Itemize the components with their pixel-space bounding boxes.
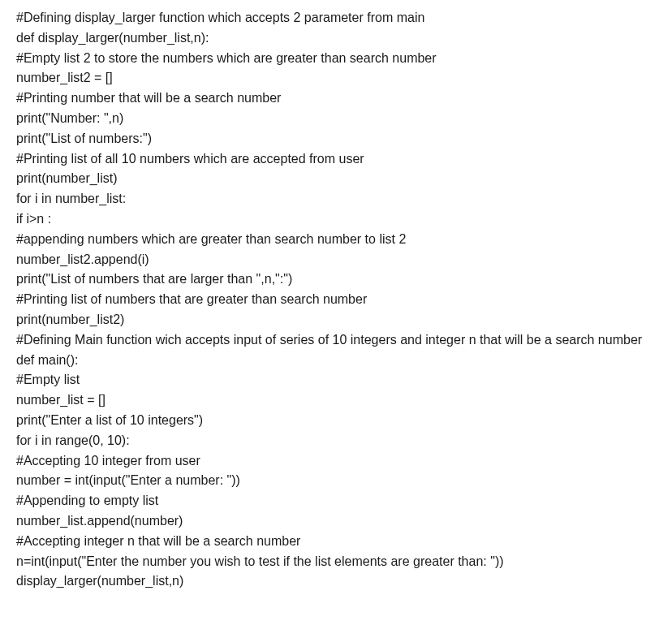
- code-block: #Defining display_larger function which …: [16, 8, 656, 592]
- code-line: #Printing number that will be a search n…: [16, 88, 656, 109]
- code-line: #appending numbers which are greater tha…: [16, 230, 656, 250]
- code-line: print("List of numbers:"): [16, 129, 656, 149]
- code-line: def main():: [16, 351, 656, 371]
- code-line: for i in number_list:: [16, 189, 656, 209]
- code-line: display_larger(number_list,n): [16, 571, 656, 592]
- code-line: print("Enter a list of 10 integers"): [16, 411, 656, 431]
- code-line: number_list.append(number): [16, 511, 656, 532]
- code-line: #Printing list of numbers that are great…: [16, 290, 656, 310]
- code-line: number_list = []: [16, 390, 656, 411]
- code-line: print(number_list2): [16, 310, 656, 330]
- code-line: if i>n :: [16, 209, 656, 230]
- code-line: def display_larger(number_list,n):: [16, 28, 656, 49]
- code-line: n=int(input("Enter the number you wish t…: [16, 552, 656, 572]
- code-line: #Accepting integer n that will be a sear…: [16, 532, 656, 552]
- code-line: #Defining display_larger function which …: [16, 8, 656, 28]
- code-line: print("Number: ",n): [16, 109, 656, 129]
- code-line: print(number_list): [16, 169, 656, 189]
- code-line: #Printing list of all 10 numbers which a…: [16, 149, 656, 170]
- code-line: #Empty list: [16, 370, 656, 390]
- code-line: #Accepting 10 integer from user: [16, 451, 656, 472]
- code-line: #Empty list 2 to store the numbers which…: [16, 49, 656, 69]
- code-line: number_list2 = []: [16, 68, 656, 88]
- code-line: #Appending to empty list: [16, 491, 656, 511]
- code-line: #Defining Main function wich accepts inp…: [16, 330, 656, 351]
- code-line: for i in range(0, 10):: [16, 431, 656, 451]
- code-line: number = int(input("Enter a number: ")): [16, 471, 656, 491]
- code-line: print("List of numbers that are larger t…: [16, 269, 656, 290]
- code-line: number_list2.append(i): [16, 250, 656, 270]
